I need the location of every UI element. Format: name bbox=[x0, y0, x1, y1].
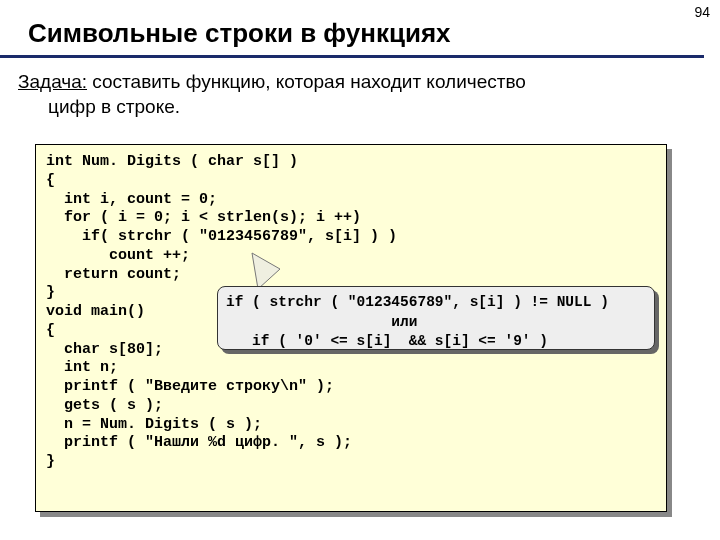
task-line1: составить функцию, которая находит колич… bbox=[87, 71, 526, 92]
callout-line3: if ( '0' <= s[i] && s[i] <= '9' ) bbox=[226, 333, 548, 349]
page-title: Символьные строки в функциях bbox=[0, 0, 704, 58]
task-line2: цифр в строке. bbox=[18, 95, 702, 120]
task-label: Задача: bbox=[18, 71, 87, 92]
callout-box: if ( strchr ( "0123456789", s[i] ) != NU… bbox=[217, 286, 655, 350]
page-number: 94 bbox=[694, 4, 710, 20]
callout-line1: if ( strchr ( "0123456789", s[i] ) != NU… bbox=[226, 294, 609, 310]
task-text: Задача: составить функцию, которая наход… bbox=[0, 58, 720, 123]
callout-line2: или bbox=[226, 314, 417, 330]
